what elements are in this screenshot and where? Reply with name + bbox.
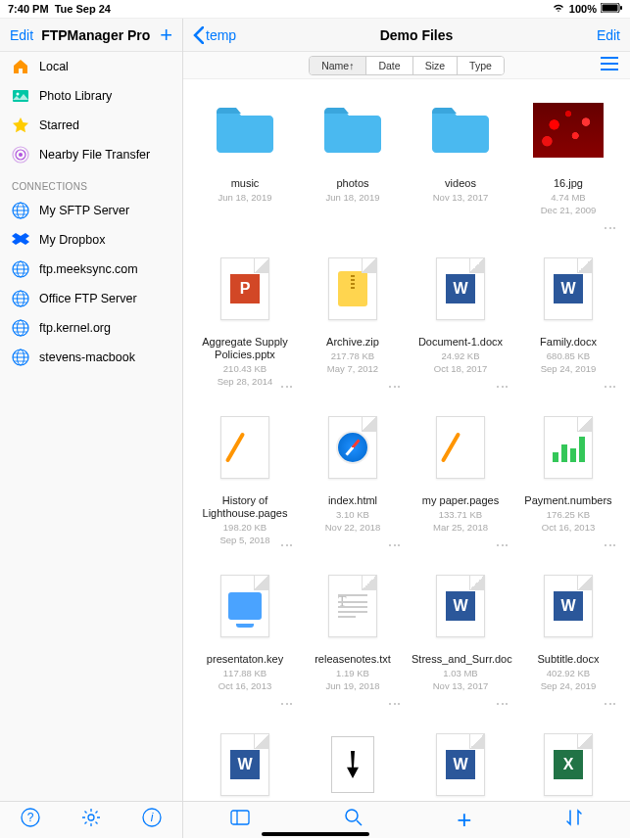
svg-text:i: i xyxy=(151,811,154,824)
sidebar-item-label: Local xyxy=(39,60,69,73)
sidebar-connection-1[interactable]: My Dropbox xyxy=(0,225,182,255)
sidebar-item-label: stevens-macbook xyxy=(39,350,135,364)
info-button[interactable]: i xyxy=(142,808,162,832)
file-menu-button[interactable]: ⋮ xyxy=(279,697,295,710)
file-menu-button[interactable]: ⋮ xyxy=(603,697,618,710)
file-item-1[interactable]: photos Jun 18, 2019 xyxy=(301,95,405,246)
main-edit-button[interactable]: Edit xyxy=(597,27,620,43)
file-item-9[interactable]: index.html 3.10 KBNov 22, 2018 ⋮ xyxy=(301,412,405,563)
file-item-12[interactable]: presentaton.key 117.88 KBOct 16, 2013 ⋮ xyxy=(193,571,297,722)
file-meta: 133.71 KBMar 25, 2018 xyxy=(433,509,488,534)
file-menu-button[interactable]: ⋮ xyxy=(495,538,510,551)
sort-segmented-control[interactable]: Name↑DateSizeType xyxy=(309,56,505,75)
file-meta: Nov 13, 2017 xyxy=(433,192,489,204)
file-thumbnail xyxy=(301,254,405,324)
file-thumbnail xyxy=(193,95,297,165)
file-item-17[interactable] xyxy=(301,729,405,801)
sidebar-item-label: Photo Library xyxy=(39,89,112,103)
sort-date[interactable]: Date xyxy=(366,57,412,74)
file-menu-button[interactable]: ⋮ xyxy=(387,538,403,551)
file-item-19[interactable]: X xyxy=(516,729,620,801)
file-item-2[interactable]: videos Nov 13, 2017 xyxy=(409,95,512,246)
sidebar-connection-2[interactable]: ftp.meeksync.com xyxy=(0,255,182,284)
file-meta: 1.19 KBJun 19, 2018 xyxy=(326,668,380,692)
globe-icon xyxy=(12,290,29,307)
sidebar-edit-button[interactable]: Edit xyxy=(10,27,33,43)
sidebar-location-3[interactable]: Nearby File Transfer xyxy=(0,140,182,169)
view-mode-button[interactable] xyxy=(601,57,618,74)
file-menu-button[interactable]: ⋮ xyxy=(279,538,295,551)
file-menu-button[interactable]: ⋮ xyxy=(279,380,295,393)
file-name: Aggregate Supply Policies.pptx xyxy=(196,336,294,361)
file-name: my paper.pages xyxy=(422,494,499,507)
globe-icon xyxy=(12,319,29,337)
sidebar-connection-3[interactable]: Office FTP Server xyxy=(0,284,182,313)
file-thumbnail xyxy=(409,95,512,165)
file-item-4[interactable]: P Aggregate Supply Policies.pptx 210.43 … xyxy=(193,254,297,404)
file-item-7[interactable]: W Family.docx 680.85 KBSep 24, 2019 ⋮ xyxy=(516,254,620,404)
file-grid: music Jun 18, 2019 photos Jun 18, 2019 v… xyxy=(193,95,620,801)
file-thumbnail: W xyxy=(516,571,620,641)
sidebar-item-label: My Dropbox xyxy=(39,233,105,247)
file-name: Family.docx xyxy=(540,336,597,349)
settings-button[interactable] xyxy=(81,808,101,832)
sort-size[interactable]: Size xyxy=(413,57,458,74)
file-item-5[interactable]: Archive.zip 217.78 KBMay 7, 2012 ⋮ xyxy=(301,254,405,404)
sidebar-connection-4[interactable]: ftp.kernel.org xyxy=(0,313,182,343)
file-item-10[interactable]: my paper.pages 133.71 KBMar 25, 2018 ⋮ xyxy=(409,412,512,563)
new-button[interactable]: + xyxy=(457,805,471,835)
file-item-11[interactable]: Payment.numbers 176.25 KBOct 16, 2013 ⋮ xyxy=(516,412,620,563)
file-meta: 402.92 KBSep 24, 2019 xyxy=(541,668,597,692)
file-meta: Jun 18, 2019 xyxy=(218,192,272,204)
file-item-13[interactable]: T releasenotes.txt 1.19 KBJun 19, 2018 ⋮ xyxy=(301,571,405,722)
dropbox-icon xyxy=(12,231,29,249)
globe-icon xyxy=(12,349,29,366)
file-name: History of Lighthouse.pages xyxy=(196,494,294,520)
file-meta: 680.85 KBSep 24, 2019 xyxy=(541,350,597,375)
file-menu-button[interactable]: ⋮ xyxy=(603,538,618,551)
file-menu-button[interactable]: ⋮ xyxy=(387,697,403,710)
file-menu-button[interactable]: ⋮ xyxy=(603,221,618,234)
sort-name↑[interactable]: Name↑ xyxy=(310,57,366,74)
back-button[interactable]: temp xyxy=(193,26,236,44)
app-title: FTPManager Pro xyxy=(41,27,160,43)
globe-icon xyxy=(12,202,29,219)
file-name: Stress_and_Surr.doc xyxy=(412,653,509,666)
sidebar-location-1[interactable]: Photo Library xyxy=(0,81,182,111)
file-menu-button[interactable]: ⋮ xyxy=(495,697,510,710)
svg-point-30 xyxy=(346,810,358,821)
file-name: presentaton.key xyxy=(207,653,283,666)
file-thumbnail: X xyxy=(516,729,620,800)
file-item-8[interactable]: History of Lighthouse.pages 198.20 KBSep… xyxy=(193,412,297,563)
sidebar-connection-5[interactable]: stevens-macbook xyxy=(0,343,182,372)
panel-button[interactable] xyxy=(230,810,250,830)
file-item-16[interactable]: W xyxy=(193,729,297,801)
add-button[interactable]: + xyxy=(160,23,172,48)
sidebar-item-label: My SFTP Server xyxy=(39,204,129,217)
file-item-18[interactable]: W xyxy=(409,729,512,801)
file-menu-button[interactable]: ⋮ xyxy=(495,380,510,393)
file-menu-button[interactable]: ⋮ xyxy=(603,380,618,393)
file-item-14[interactable]: W Stress_and_Surr.doc 1.03 MBNov 13, 201… xyxy=(409,571,512,722)
file-menu-button[interactable]: ⋮ xyxy=(387,380,403,393)
sidebar-location-0[interactable]: Local xyxy=(0,52,182,81)
file-meta: 117.88 KBOct 16, 2013 xyxy=(218,668,271,692)
sort-type[interactable]: Type xyxy=(458,57,504,74)
file-item-0[interactable]: music Jun 18, 2019 xyxy=(193,95,297,246)
file-thumbnail: W xyxy=(193,729,297,800)
svg-rect-2 xyxy=(620,6,622,10)
sidebar-connection-0[interactable]: My SFTP Server xyxy=(0,196,182,225)
sidebar-location-2[interactable]: Starred xyxy=(0,111,182,140)
file-thumbnail xyxy=(301,412,405,483)
svg-point-25 xyxy=(88,815,94,820)
transfer-button[interactable] xyxy=(565,809,583,831)
file-item-6[interactable]: W Document-1.docx 24.92 KBOct 18, 2017 ⋮ xyxy=(409,254,512,404)
help-button[interactable]: ? xyxy=(21,808,40,832)
nearby-icon xyxy=(12,146,29,163)
svg-rect-1 xyxy=(603,5,618,12)
file-thumbnail xyxy=(193,571,297,641)
search-button[interactable] xyxy=(344,808,363,832)
sidebar-item-label: Nearby File Transfer xyxy=(39,148,150,162)
file-item-15[interactable]: W Subtitle.docx 402.92 KBSep 24, 2019 ⋮ xyxy=(516,571,620,722)
file-item-3[interactable]: 16.jpg 4.74 MBDec 21, 2009 ⋮ xyxy=(516,95,620,246)
